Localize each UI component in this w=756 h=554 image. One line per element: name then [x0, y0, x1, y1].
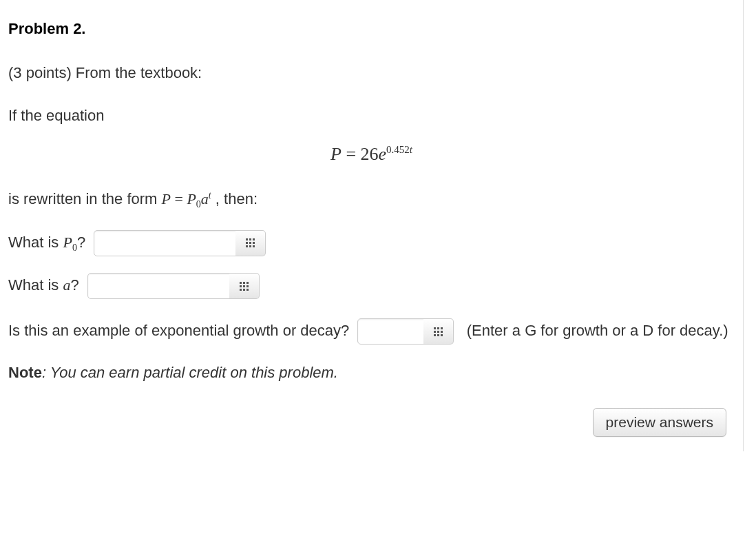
keypad-icon: [246, 238, 255, 247]
rewritten-line: is rewritten in the form P = P0at , then…: [8, 184, 735, 214]
equation-exp-var: t: [410, 144, 412, 155]
question-3: Is this an example of exponential growth…: [8, 313, 735, 349]
growth-decay-input[interactable]: [357, 318, 426, 345]
rewritten-suffix: , then:: [211, 190, 258, 207]
q2-suffix: ?: [70, 276, 78, 294]
q1-var: P0: [63, 234, 76, 251]
keypad-icon: [240, 282, 249, 291]
equation-equals: =: [342, 144, 361, 164]
q2-var: a: [63, 276, 70, 294]
a-input[interactable]: [87, 273, 232, 299]
keypad-button-a[interactable]: [229, 273, 260, 299]
equation-coef: 26: [361, 144, 379, 164]
q2-input-group: [87, 273, 260, 299]
preview-answers-button[interactable]: preview answers: [593, 408, 726, 437]
rewritten-form: P = P0at: [162, 190, 211, 207]
q3-input-group: [357, 318, 454, 345]
button-row: preview answers: [8, 407, 735, 438]
question-2: What is a?: [8, 270, 735, 300]
note-label: Note: [8, 364, 42, 381]
equation-lhs: P: [330, 144, 342, 164]
note-line: Note: You can earn partial credit on thi…: [8, 358, 735, 388]
q2-prefix: What is: [8, 276, 63, 294]
keypad-button-gd[interactable]: [423, 318, 454, 345]
equation-display: P = 26e0.452t: [8, 143, 735, 165]
keypad-icon: [434, 327, 443, 336]
q3-hint: (Enter a G for growth or a D for decay.): [467, 322, 728, 339]
question-1: What is P0?: [8, 227, 735, 258]
rewritten-prefix: is rewritten in the form: [8, 190, 162, 207]
note-text: : You can earn partial credit on this pr…: [42, 364, 338, 381]
q1-suffix: ?: [77, 234, 85, 251]
points-line: (3 points) From the textbook:: [8, 58, 735, 88]
q3-text: Is this an example of exponential growth…: [8, 322, 349, 339]
q1-prefix: What is: [8, 234, 63, 251]
problem-title: Problem 2.: [8, 14, 735, 44]
equation-base: e: [379, 144, 387, 164]
p0-input[interactable]: [94, 230, 238, 256]
keypad-button-p0[interactable]: [235, 230, 266, 256]
q1-input-group: [94, 230, 266, 256]
intro-line: If the equation: [8, 101, 735, 131]
problem-container: Problem 2. (3 points) From the textbook:…: [0, 0, 744, 451]
equation-exponent: 0.452: [386, 144, 410, 155]
